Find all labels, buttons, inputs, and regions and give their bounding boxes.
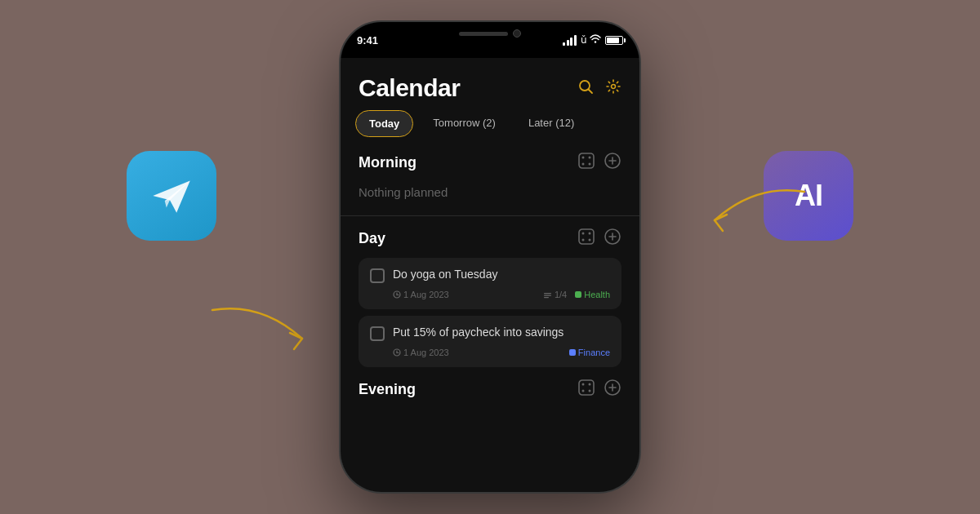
svg-rect-23 bbox=[544, 293, 551, 294]
battery-icon bbox=[605, 36, 623, 45]
evening-section: Evening bbox=[341, 379, 639, 401]
date-icon-2 bbox=[393, 348, 401, 357]
morning-actions bbox=[577, 152, 621, 174]
morning-title: Morning bbox=[359, 154, 416, 171]
task-checkbox-yoga[interactable] bbox=[370, 268, 385, 283]
svg-point-15 bbox=[582, 239, 585, 241]
signal-bar-4 bbox=[574, 35, 577, 46]
day-add-icon[interactable] bbox=[604, 228, 621, 250]
signal-icon bbox=[563, 35, 577, 46]
task-progress-yoga: 1/4 bbox=[543, 290, 567, 299]
svg-point-30 bbox=[582, 383, 585, 386]
task-title-yoga: Do yoga on Tuesday bbox=[393, 268, 610, 281]
svg-rect-24 bbox=[544, 295, 551, 295]
task-right-yoga: 1/4 Health bbox=[543, 290, 610, 299]
telegram-icon-graphic bbox=[146, 171, 197, 221]
svg-point-5 bbox=[582, 157, 585, 159]
day-section-header: Day bbox=[359, 228, 621, 250]
signal-bar-1 bbox=[563, 42, 565, 46]
svg-point-6 bbox=[589, 157, 591, 159]
svg-rect-29 bbox=[579, 380, 594, 395]
camera bbox=[513, 29, 521, 38]
day-title: Day bbox=[359, 230, 385, 247]
task-tag-health: Health bbox=[575, 290, 610, 299]
day-section: Day bbox=[341, 228, 639, 367]
day-actions bbox=[577, 228, 621, 250]
health-dot bbox=[575, 291, 581, 298]
task-meta-savings: 1 Aug 2023 Finance bbox=[370, 348, 610, 357]
svg-point-3 bbox=[612, 84, 616, 88]
app-screen: Calendar Today bbox=[341, 58, 639, 492]
evening-section-header: Evening bbox=[359, 379, 621, 401]
task-top-row-2: Put 15% of paycheck into savings bbox=[370, 326, 610, 341]
battery-fill bbox=[607, 38, 619, 43]
search-icon[interactable] bbox=[577, 78, 594, 99]
wifi-icon: ǔ bbox=[581, 34, 601, 46]
task-title-savings: Put 15% of paycheck into savings bbox=[393, 326, 610, 339]
svg-point-31 bbox=[589, 383, 591, 386]
progress-icon bbox=[543, 290, 552, 299]
task-card-yoga[interactable]: Do yoga on Tuesday 1 Aug 2023 bbox=[359, 258, 621, 309]
morning-empty-message: Nothing planned bbox=[359, 182, 621, 204]
left-arrow bbox=[196, 294, 327, 359]
svg-point-8 bbox=[589, 163, 591, 166]
status-bar: 9:41 ǔ bbox=[341, 22, 639, 58]
svg-point-0 bbox=[595, 41, 596, 42]
morning-section-header: Morning bbox=[359, 152, 621, 174]
evening-add-icon[interactable] bbox=[604, 379, 621, 401]
svg-rect-4 bbox=[579, 153, 594, 168]
speaker bbox=[459, 32, 508, 36]
task-meta-yoga: 1 Aug 2023 1/4 bbox=[370, 290, 610, 299]
app-header: Calendar bbox=[341, 58, 639, 110]
svg-point-7 bbox=[582, 163, 585, 166]
tab-bar: Today Tomorrow (2) Later (12) bbox=[341, 110, 639, 137]
date-icon bbox=[393, 290, 401, 299]
morning-dice-icon[interactable] bbox=[577, 152, 595, 174]
signal-bar-2 bbox=[567, 40, 569, 46]
svg-rect-25 bbox=[544, 297, 549, 298]
finance-dot bbox=[569, 349, 576, 356]
task-date-yoga: 1 Aug 2023 bbox=[393, 290, 449, 299]
tab-today[interactable]: Today bbox=[355, 110, 413, 137]
settings-icon[interactable] bbox=[605, 78, 621, 99]
task-tag-finance: Finance bbox=[569, 348, 610, 357]
notch bbox=[441, 22, 539, 45]
task-checkbox-savings[interactable] bbox=[370, 326, 385, 341]
morning-day-divider bbox=[341, 215, 639, 216]
phone-device: 9:41 ǔ bbox=[339, 20, 641, 494]
tab-tomorrow[interactable]: Tomorrow (2) bbox=[420, 110, 509, 137]
header-action-icons bbox=[577, 78, 621, 99]
svg-point-32 bbox=[582, 390, 585, 392]
right-arrow bbox=[690, 175, 821, 241]
status-icons: ǔ bbox=[563, 34, 623, 46]
evening-dice-icon[interactable] bbox=[577, 379, 595, 401]
svg-point-13 bbox=[582, 233, 585, 235]
svg-point-14 bbox=[589, 233, 591, 235]
status-time: 9:41 bbox=[357, 34, 378, 47]
svg-point-16 bbox=[589, 239, 591, 241]
telegram-app-icon bbox=[127, 151, 216, 241]
evening-title: Evening bbox=[359, 381, 416, 398]
morning-add-icon[interactable] bbox=[604, 152, 621, 174]
task-top-row: Do yoga on Tuesday bbox=[370, 268, 610, 283]
day-dice-icon[interactable] bbox=[577, 228, 595, 250]
signal-bar-3 bbox=[570, 38, 572, 46]
svg-rect-12 bbox=[579, 229, 594, 244]
task-date-savings: 1 Aug 2023 bbox=[393, 348, 449, 357]
morning-section: Morning bbox=[341, 152, 639, 204]
svg-line-2 bbox=[589, 89, 593, 93]
task-right-savings: Finance bbox=[569, 348, 610, 357]
evening-actions bbox=[577, 379, 621, 401]
task-card-savings[interactable]: Put 15% of paycheck into savings 1 Aug 2… bbox=[359, 316, 621, 367]
svg-point-33 bbox=[589, 390, 591, 392]
tab-later[interactable]: Later (12) bbox=[515, 110, 587, 137]
app-title: Calendar bbox=[359, 74, 460, 102]
